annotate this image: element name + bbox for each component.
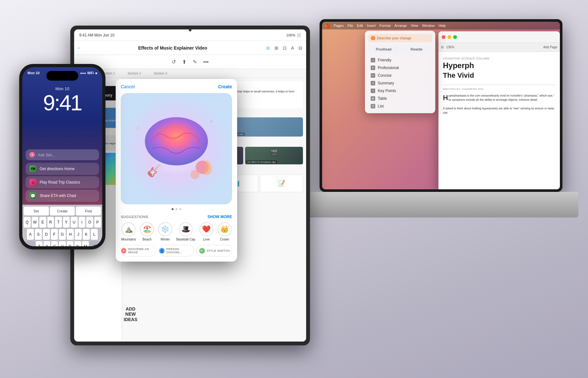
wt-menu-professional[interactable]: ✦ Professional (368, 64, 432, 72)
menu-arrange[interactable]: Arrange (394, 24, 407, 28)
zoom-level[interactable]: 136% (446, 45, 541, 49)
key-delete[interactable]: ⌫ (90, 241, 101, 246)
wt-menu-summary[interactable]: ≡ Summary (368, 79, 432, 87)
wt-menu-concise[interactable]: ✂ Concise (368, 72, 432, 79)
minimize-button[interactable] (447, 35, 451, 39)
love-icon: ❤️ (199, 222, 213, 236)
key-h[interactable]: H (67, 229, 74, 240)
maximize-button[interactable] (453, 35, 457, 39)
key-w[interactable]: W (32, 217, 39, 228)
key-a[interactable]: A (27, 229, 34, 240)
key-i[interactable]: I (79, 217, 86, 228)
key-p[interactable]: P (94, 217, 101, 228)
key-k[interactable]: K (83, 229, 90, 240)
wt-menu-list[interactable]: ☰ List (368, 102, 432, 110)
edit-icon[interactable]: ✎ (193, 59, 197, 65)
ipad-search-icon[interactable]: ⊙ (266, 45, 270, 51)
wt-menu-keypoints[interactable]: • Key Points (368, 87, 432, 95)
mac-screen-outer: 🍎 Pages File Edit Insert Format Arrange … (320, 19, 562, 192)
key-r[interactable]: R (47, 217, 54, 228)
apple-menu-icon[interactable]: 🍎 (325, 23, 330, 28)
menu-edit[interactable]: Edit (357, 24, 363, 28)
menu-window[interactable]: Window (422, 24, 435, 28)
key-d[interactable]: D (43, 229, 50, 240)
key-t[interactable]: T (55, 217, 62, 228)
key-q[interactable]: Q (24, 217, 31, 228)
siri-search-bar[interactable]: ✦ Ask Siri... (26, 149, 99, 160)
key-shift[interactable]: ⇧ (24, 241, 35, 246)
person-choose-button[interactable]: 👤 PERSON CHOOSE... (159, 245, 194, 256)
share-icon[interactable]: ⬆ (182, 59, 186, 65)
sidebar-toggle-icon[interactable]: ⊟ (441, 45, 444, 49)
kb-shortcut-set[interactable]: Set (24, 207, 49, 216)
mac-keyboard-base (300, 192, 578, 217)
siri-suggestion-music[interactable]: ♫ Play Road Trip Classics (26, 176, 99, 188)
ipad-image-icon[interactable]: ⊟ (298, 45, 302, 51)
menu-view[interactable]: View (411, 24, 418, 28)
key-e[interactable]: E (39, 217, 46, 228)
wt-header-text: Describe your change (377, 36, 411, 40)
suggestion-beach[interactable]: 🏖️ Beach (140, 222, 154, 241)
describe-image-button[interactable]: ✦ DESCRIBE AN IMAGE (121, 245, 156, 256)
key-l[interactable]: L (91, 229, 98, 240)
suggestion-winter[interactable]: ❄️ Winter (158, 222, 172, 241)
proofread-button[interactable]: Proofread (368, 45, 399, 53)
key-g[interactable]: G (59, 229, 66, 240)
suggestion-mountains[interactable]: ⛰️ Mountains (121, 222, 136, 241)
suggestion-baseball-cap[interactable]: 🎩 Baseball Cap (176, 222, 195, 241)
menu-insert[interactable]: Insert (367, 24, 376, 28)
style-sketch-button[interactable]: ✏ STYLE SKETCH (197, 245, 232, 256)
wt-menu-friendly[interactable]: ☺ Friendly (368, 56, 432, 64)
key-c[interactable]: C (51, 241, 58, 246)
more-icon[interactable]: ••• (203, 59, 209, 65)
iphone-date-time: Mon 10 9:41 (22, 86, 102, 114)
suggestion-love[interactable]: ❤️ Love (199, 222, 213, 241)
dot-2 (175, 208, 177, 210)
menu-pages[interactable]: Pages (334, 24, 344, 28)
baseball-cap-icon: 🎩 (179, 222, 193, 236)
ai-generated-image: 🎸 ♫ ♪ (121, 93, 232, 204)
kb-shortcut-find[interactable]: Find (76, 207, 101, 216)
key-x[interactable]: X (43, 241, 50, 246)
modal-cancel-button[interactable]: Cancel (121, 84, 135, 89)
key-f[interactable]: F (51, 229, 58, 240)
svg-text:🎸: 🎸 (147, 163, 162, 178)
menu-help[interactable]: Help (438, 24, 446, 28)
suggestion-crown[interactable]: 👑 Crown (218, 222, 232, 241)
ipad-text-icon[interactable]: A (291, 45, 294, 51)
key-s[interactable]: S (35, 229, 42, 240)
ipad-folder-icon[interactable]: ⊡ (283, 45, 287, 51)
ipad-back-button[interactable]: ‹ (78, 45, 79, 50)
key-z[interactable]: Z (36, 241, 43, 246)
modal-create-button[interactable]: Create (218, 84, 232, 89)
key-u[interactable]: U (71, 217, 78, 228)
key-y[interactable]: Y (63, 217, 70, 228)
siri-music-text: Play Road Trip Classics (40, 180, 80, 185)
doc-author: WRITTEN BY: XIAOMENG ZHO (443, 88, 555, 91)
key-m[interactable]: M (82, 241, 89, 246)
key-o[interactable]: O (86, 217, 93, 228)
kb-shortcut-create[interactable]: Create (50, 207, 75, 216)
section-2: Section 2 (128, 72, 141, 75)
menu-format[interactable]: Format (379, 24, 391, 28)
close-button[interactable] (442, 35, 445, 39)
menu-file[interactable]: File (347, 24, 353, 28)
rewrite-button[interactable]: Rewrite (401, 45, 432, 53)
suggestions-label: SUGGESTIONS (121, 215, 148, 219)
add-page-button[interactable]: Add Page (543, 45, 557, 49)
show-more-button[interactable]: SHOW MORE (207, 215, 232, 219)
doc-title: Hyperph (443, 61, 555, 70)
key-j[interactable]: J (75, 229, 82, 240)
iphone-keyboard[interactable]: Set Create Find Q W E R T Y U I O P A S … (22, 205, 102, 246)
undo-icon[interactable]: ↺ (172, 59, 176, 65)
wt-menu-table[interactable]: ⊞ Table (368, 95, 432, 102)
ipad-sections-bar: Opening Section 1 Section 2 Section 3 (74, 69, 306, 78)
key-n[interactable]: N (74, 241, 81, 246)
siri-suggestion-directions[interactable]: 🗺 Get directions Home (26, 163, 99, 175)
ipad-grid-icon[interactable]: ⊞ (275, 45, 278, 51)
key-v[interactable]: V (59, 241, 66, 246)
siri-suggestion-share[interactable]: 💬 Share ETA with Chad (26, 190, 99, 202)
key-b[interactable]: B (67, 241, 74, 246)
ipad-time: 9:41 AM Mon Jun 10 (79, 33, 114, 37)
baseball-cap-label: Baseball Cap (176, 238, 195, 241)
